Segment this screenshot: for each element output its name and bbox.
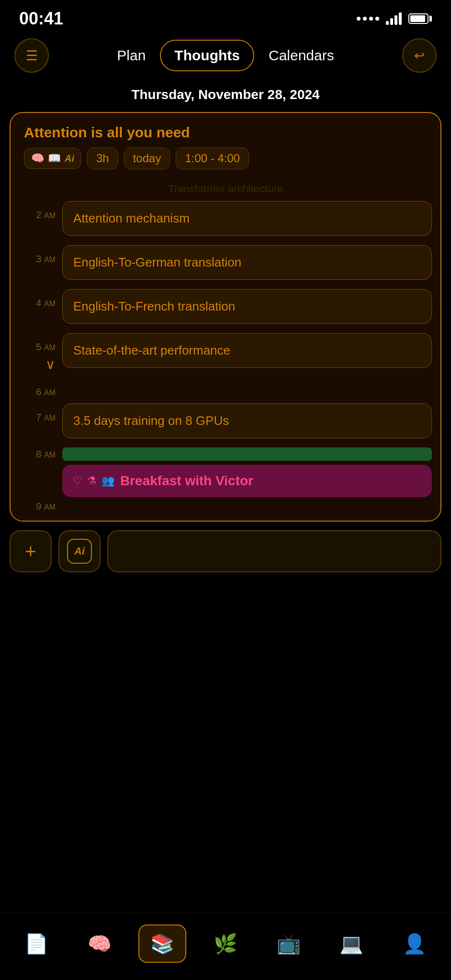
brain-icon: 🧠 [31, 152, 44, 165]
nav-plant[interactable]: 🌿 [202, 924, 249, 963]
time-row-2am: 2 AM Attention mechanism [19, 201, 432, 239]
time-range-tag: 1:00 - 4:00 [176, 147, 249, 169]
tab-plan[interactable]: Plan [102, 40, 160, 71]
thought-text-german: English-To-German translation [73, 254, 421, 271]
status-icons [357, 12, 432, 25]
wifi-icon [386, 12, 402, 25]
back-icon: ↩ [414, 48, 425, 63]
time-label-5am: 5 AM ∨ [19, 333, 62, 372]
bottom-nav: 📄 🧠 📚 🌿 📺 💻 👤 [0, 913, 451, 980]
plant-nav-icon: 🌿 [214, 933, 237, 955]
tv-nav-icon: 📺 [277, 933, 301, 955]
thought-card-french[interactable]: English-To-French translation [62, 289, 432, 324]
faded-top: Transformer architecture [11, 177, 440, 201]
time-label-9am: 9 AM [19, 501, 62, 512]
timeline: 2 AM Attention mechanism 3 AM English-To… [11, 201, 440, 442]
book-nav-icon: 📚 [150, 933, 174, 955]
time-row-5am: 5 AM ∨ State-of-the-art performance [19, 333, 432, 372]
add-thought-button[interactable]: + [10, 530, 52, 572]
thought-input[interactable] [107, 530, 441, 572]
nav-notes[interactable]: 📄 [12, 924, 60, 963]
notes-icon: 📄 [24, 933, 48, 955]
green-event-bar [62, 447, 432, 461]
time-label-6am: 6 AM [19, 378, 62, 398]
thought-text-attention: Attention mechanism [73, 210, 421, 227]
back-button[interactable]: ↩ [402, 38, 437, 73]
plus-icon: + [25, 541, 36, 562]
time-row-3am: 3 AM English-To-German translation [19, 245, 432, 283]
breakfast-event[interactable]: ♡ ⚗ 👥 Breakfast with Victor [62, 465, 432, 497]
nav-profile[interactable]: 👤 [391, 924, 439, 963]
time-label-4am: 4 AM [19, 289, 62, 309]
thought-text-french: English-To-French translation [73, 298, 421, 315]
time-label-7am: 7 AM [19, 403, 62, 423]
bottom-input-area: + Ai [10, 530, 441, 572]
nav-book[interactable]: 📚 [138, 924, 186, 963]
nav-code[interactable]: 💻 [327, 924, 375, 963]
event-icons: ♡ ⚗ 👥 [73, 475, 114, 487]
signal-icon [357, 17, 379, 21]
time-label-3am: 3 AM [19, 245, 62, 265]
task-title: Attention is all you need [24, 124, 427, 141]
brain-nav-icon: 🧠 [88, 933, 112, 955]
code-nav-icon: 💻 [339, 933, 363, 955]
heart-icon: ♡ [73, 475, 82, 487]
status-time: 00:41 [19, 9, 63, 29]
nav-brain[interactable]: 🧠 [76, 924, 124, 963]
duration-tag: 3h [87, 147, 118, 169]
status-bar: 00:41 [0, 0, 451, 33]
tab-calendars[interactable]: Calendars [254, 40, 349, 71]
battery-icon [408, 13, 432, 24]
book-icon: 📖 [48, 152, 61, 165]
thought-card-sota[interactable]: State-of-the-art performance [62, 333, 432, 368]
chevron-down-icon[interactable]: ∨ [45, 356, 56, 372]
thought-card-gpu[interactable]: 3.5 days training on 8 GPUs [62, 403, 432, 438]
thought-text-gpu: 3.5 days training on 8 GPUs [73, 412, 421, 429]
time-label-8am: 8 AM [19, 449, 62, 460]
ai-button[interactable]: Ai [58, 530, 101, 572]
nav-tv[interactable]: 📺 [265, 924, 313, 963]
time-row-6am: 6 AM [19, 378, 432, 398]
profile-nav-icon: 👤 [403, 933, 427, 955]
tag-icons-group: 🧠 📖 Ai [24, 148, 81, 169]
green-bar-row: 8 AM [19, 447, 432, 461]
time-row-9am: 9 AM [19, 501, 432, 512]
time-label-2am: 2 AM [19, 201, 62, 221]
when-tag: today [124, 147, 170, 169]
people-icon: 👥 [101, 475, 114, 487]
thought-card-german[interactable]: English-To-German translation [62, 245, 432, 280]
thought-text-sota: State-of-the-art performance [73, 342, 421, 359]
ai-tag-icon: Ai [65, 153, 74, 164]
breakfast-label: Breakfast with Victor [120, 473, 253, 489]
task-tags: 🧠 📖 Ai 3h today 1:00 - 4:00 [24, 147, 427, 169]
time-row-4am: 4 AM English-To-French translation [19, 289, 432, 327]
tab-thoughts[interactable]: Thoughts [160, 40, 254, 71]
date-header: Thursday, November 28, 2024 [0, 82, 451, 112]
breakfast-row: ♡ ⚗ 👥 Breakfast with Victor [19, 465, 432, 497]
menu-button[interactable]: ☰ [14, 38, 49, 73]
ai-label: Ai [67, 539, 92, 564]
nav-bar: ☰ Plan Thoughts Calendars ↩ [0, 33, 451, 82]
main-card: Attention is all you need 🧠 📖 Ai 3h toda… [10, 112, 441, 522]
thought-card-attention[interactable]: Attention mechanism [62, 201, 432, 236]
time-row-7am: 7 AM 3.5 days training on 8 GPUs [19, 403, 432, 442]
nav-tabs: Plan Thoughts Calendars [102, 40, 348, 71]
calendar-area: 8 AM ♡ ⚗ 👥 Breakfast with Victor 9 AM [11, 447, 440, 521]
flask-icon: ⚗ [87, 475, 97, 487]
task-header: Attention is all you need 🧠 📖 Ai 3h toda… [11, 113, 440, 177]
